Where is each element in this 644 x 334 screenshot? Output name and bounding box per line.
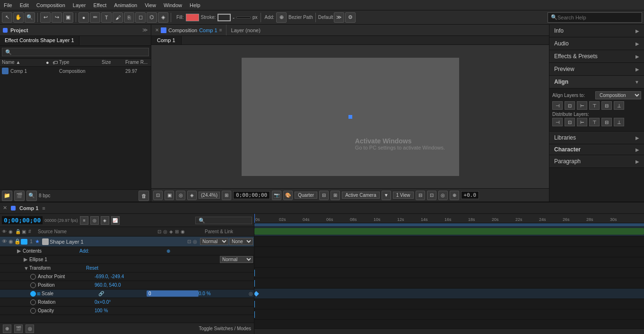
menu-edit[interactable]: Edit xyxy=(16,1,33,9)
work-area-bar[interactable] xyxy=(254,223,644,226)
audio-panel[interactable]: Audio ▶ xyxy=(549,37,644,50)
layer-star[interactable]: ★ xyxy=(35,238,40,245)
view-count-select[interactable]: 1 View xyxy=(393,192,414,199)
reset-exposure[interactable]: ◎ xyxy=(438,191,448,200)
stroke-color[interactable] xyxy=(218,14,231,21)
tl-mask-btn[interactable]: ◎ xyxy=(26,325,34,333)
tl-toggle-text[interactable]: Toggle Switches / Modes xyxy=(199,326,251,331)
scale-value[interactable]: 0 xyxy=(147,290,199,297)
search-help-box[interactable]: 🔍 xyxy=(548,12,642,23)
new-folder-btn[interactable]: 📁 xyxy=(2,191,12,201)
new-comp-btn[interactable]: 🎬 xyxy=(14,191,25,201)
color-btn[interactable]: 🎨 xyxy=(283,191,293,200)
search-help-input[interactable] xyxy=(557,15,638,20)
layer-switch-2[interactable]: ◎ xyxy=(193,239,197,244)
opacity-value[interactable]: 100 % xyxy=(95,308,253,313)
menu-view[interactable]: View xyxy=(141,1,160,9)
scale-keyframe[interactable]: ◎ xyxy=(249,291,253,296)
clone-tool[interactable]: ⎘ xyxy=(124,12,134,23)
tl-new-comp-btn[interactable]: 🎬 xyxy=(14,325,23,333)
rotation-value[interactable]: 0x+0.0° xyxy=(95,299,253,305)
contents-add[interactable]: Add: xyxy=(79,248,166,254)
character-panel[interactable]: Character ▶ xyxy=(549,144,644,155)
tl-layer-row-1[interactable]: 👁 ◉ 🔒 1 ★ Shape Layer 1 ⊡ ◎ Normal None xyxy=(0,237,254,247)
render-btn[interactable]: ▣ xyxy=(165,191,174,200)
puppet-tool[interactable]: ◈ xyxy=(158,12,168,23)
layer-switch-1[interactable]: ⊡ xyxy=(187,239,191,244)
menu-file[interactable]: File xyxy=(0,1,16,9)
track-lane-1[interactable] xyxy=(254,226,644,237)
mask-btn[interactable]: ◎ xyxy=(176,191,185,200)
zoom-tool[interactable]: 🔍 xyxy=(25,12,35,23)
tl-solo-btn[interactable]: ≡ xyxy=(80,216,88,225)
delete-btn[interactable]: 🗑 xyxy=(139,191,149,201)
hand-tool[interactable]: ✋ xyxy=(13,12,24,23)
align-bottom-btn[interactable]: ⊥ xyxy=(614,101,624,110)
fit-btn[interactable]: ⊞ xyxy=(222,191,231,200)
eraser-tool[interactable]: ◻ xyxy=(135,12,146,23)
tl-graph-editor-btn[interactable]: 📈 xyxy=(111,216,120,225)
quality-select[interactable]: Quarter xyxy=(295,192,317,199)
fill-color[interactable] xyxy=(186,14,199,21)
transparency-btn[interactable]: ⊞ xyxy=(331,191,340,200)
menu-composition[interactable]: Composition xyxy=(33,1,69,9)
tl-scrollbar[interactable] xyxy=(254,328,644,334)
layer-lock[interactable]: 🔒 xyxy=(14,238,21,245)
menu-effect[interactable]: Effect xyxy=(89,1,110,9)
preview-mode[interactable]: ⊕ xyxy=(450,191,459,200)
comp-sub-tab-comp1[interactable]: Comp 1 xyxy=(151,36,182,44)
scale-stopwatch[interactable] xyxy=(30,291,36,297)
ellipse-mode[interactable]: Normal xyxy=(220,256,253,263)
snap-btn[interactable]: ⊡ xyxy=(153,191,163,200)
draft-btn[interactable]: ◈ xyxy=(187,191,197,200)
comp-flowchart[interactable]: ⊡ xyxy=(427,191,436,200)
rotation-stopwatch[interactable] xyxy=(30,299,36,305)
layer-solo[interactable]: ◉ xyxy=(8,238,14,245)
tl-close-btn[interactable]: ✕ xyxy=(3,205,7,211)
dist-top-btn[interactable]: ⊤ xyxy=(589,118,600,126)
align-layers-select[interactable]: Composition xyxy=(595,91,641,99)
redo-btn[interactable]: ↪ xyxy=(52,12,62,23)
position-value[interactable]: 960.0, 540.0 xyxy=(95,282,253,288)
comp-tab-pin[interactable]: ≡ xyxy=(219,27,222,33)
menu-animation[interactable]: Animation xyxy=(110,1,141,9)
dist-right-btn[interactable]: ⊢ xyxy=(577,118,587,126)
info-panel[interactable]: Info ▶ xyxy=(549,25,644,37)
menu-help[interactable]: Help xyxy=(186,1,204,9)
align-hcenter-btn[interactable]: ⊡ xyxy=(565,101,575,110)
stroke-width[interactable] xyxy=(236,17,251,18)
dist-vcenter-btn[interactable]: ⊟ xyxy=(601,118,612,126)
project-search-input[interactable] xyxy=(2,48,149,56)
select-tool[interactable]: ↖ xyxy=(2,12,12,23)
region-of-interest[interactable]: ⊟ xyxy=(416,191,425,200)
scale-value2[interactable]: 0.0 % xyxy=(199,291,247,296)
align-vcenter-btn[interactable]: ⊟ xyxy=(601,101,612,110)
align-top-btn[interactable]: ⊤ xyxy=(589,101,600,110)
tl-frame-blend-btn[interactable]: ◈ xyxy=(101,216,109,225)
brush-tool[interactable]: 🖌 xyxy=(113,12,123,23)
opacity-stopwatch[interactable] xyxy=(30,308,36,314)
zoom-display[interactable]: (24.4%) xyxy=(199,192,220,199)
tl-motion-blur-btn[interactable]: ◎ xyxy=(90,216,99,225)
anchor-stopwatch[interactable] xyxy=(30,274,36,280)
menu-layer[interactable]: Layer xyxy=(69,1,90,9)
more-tools-btn[interactable]: ≫ xyxy=(334,12,344,23)
tab-effect-controls[interactable]: Effect Controls Shape Layer 1 xyxy=(0,36,79,45)
layer-eye[interactable]: 👁 xyxy=(1,238,8,245)
pen-tool[interactable]: ✏ xyxy=(90,12,100,23)
region-btn[interactable]: ▣ xyxy=(63,12,73,23)
position-stopwatch[interactable] xyxy=(30,282,36,288)
menu-window[interactable]: Window xyxy=(160,1,186,9)
dist-bottom-btn[interactable]: ⊥ xyxy=(614,118,624,126)
find-btn[interactable]: 🔍 xyxy=(26,191,37,201)
layer-mode-select[interactable]: Normal xyxy=(200,238,228,245)
track-block-1[interactable] xyxy=(254,228,644,235)
add-btn[interactable]: ⊕ xyxy=(276,12,287,23)
contents-toggle[interactable]: ▶ xyxy=(17,248,23,254)
shape-tool[interactable]: ● xyxy=(78,12,89,23)
tl-search-input[interactable] xyxy=(195,217,252,224)
snapshot-btn[interactable]: 📷 xyxy=(272,191,281,200)
align-panel-header[interactable]: Align ▼ xyxy=(549,76,644,88)
quality-toggle[interactable]: ⊟ xyxy=(319,191,329,200)
workspace-settings[interactable]: ⚙ xyxy=(345,12,356,23)
